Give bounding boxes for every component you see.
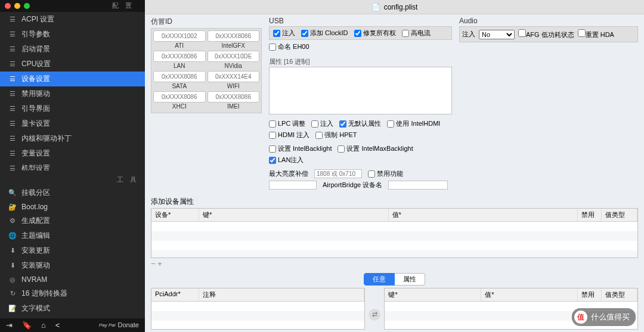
sidebar-item-label: 显卡设置 xyxy=(21,119,50,129)
📝-icon: 📝 xyxy=(8,305,17,312)
donate-button[interactable]: Pay Pal Donate xyxy=(99,321,139,328)
column-header[interactable]: PciAddr* xyxy=(151,288,199,301)
list-icon xyxy=(8,45,17,53)
tab-title[interactable]: config.plist xyxy=(384,3,418,11)
disable-checkbox[interactable]: 禁用功能 xyxy=(368,169,403,178)
sidebar-item-9[interactable]: 变量设置 xyxy=(0,146,145,161)
sidebar-item-4[interactable]: ⬇安装更新 xyxy=(0,243,145,258)
opt-check-4[interactable]: HDMI 注入 xyxy=(269,131,309,139)
fakeid-title: 仿冒ID xyxy=(151,17,262,27)
seg-any[interactable]: 任意 xyxy=(364,273,395,286)
seg-props[interactable]: 属性 xyxy=(395,273,425,286)
sidebar-item-6[interactable]: ◎NVRAM xyxy=(0,273,145,286)
sidebar-item-0[interactable]: ACPI 设置 xyxy=(0,12,145,27)
rename-eh00-checkbox[interactable]: 命名 EH00 xyxy=(269,42,309,51)
column-header[interactable]: 设备* xyxy=(151,209,199,221)
props-textarea[interactable] xyxy=(269,67,452,114)
opt2-check-0[interactable]: 设置 IntelBacklight xyxy=(269,144,332,153)
fakeid-input-intelgfx[interactable] xyxy=(208,30,260,42)
sidebar-item-label: 安装更新 xyxy=(21,246,50,256)
↻-icon: ↻ xyxy=(8,290,17,297)
minimize-icon[interactable] xyxy=(14,3,20,9)
sidebar-item-3[interactable]: CPU设置 xyxy=(0,57,145,72)
fakeid-label: XHCI xyxy=(153,103,206,111)
fakeid-input-wifi[interactable] xyxy=(208,71,260,82)
list-icon xyxy=(8,75,17,83)
opt2-check-2[interactable]: LAN注入 xyxy=(269,156,304,165)
lower-left-body[interactable] xyxy=(151,302,364,329)
afg-checkbox[interactable]: AFG 低功耗状态 xyxy=(518,29,574,39)
⬇-icon: ⬇ xyxy=(8,247,17,255)
column-header[interactable]: 键* xyxy=(199,209,389,221)
column-header[interactable]: 键* xyxy=(385,288,481,301)
fakeid-label: IntelGFX xyxy=(208,42,260,50)
fakeid-input-sata[interactable] xyxy=(153,71,206,82)
sidebar-item-2[interactable]: 启动背景 xyxy=(0,42,145,57)
fakeid-input-ati[interactable] xyxy=(153,30,206,42)
export-icon[interactable]: ⇥ xyxy=(6,321,13,330)
sidebar-item-label: 启动背景 xyxy=(21,44,50,54)
sidebar-nav-config: ACPI 设置引导参数启动背景CPU设置设备设置禁用驱动引导界面显卡设置内核和驱… xyxy=(0,12,145,170)
opt-check-3[interactable]: 使用 IntelHDMI xyxy=(387,119,440,128)
usb-check-0[interactable]: 注入 xyxy=(273,29,295,38)
fakeid-group: 仿冒ID ATIIntelGFXLANNVidiaSATAWIFIXHCIIME… xyxy=(151,17,262,192)
column-header[interactable]: 值* xyxy=(389,209,578,221)
usb-check-3[interactable]: 高电流 xyxy=(402,29,431,38)
fakeid-label: SATA xyxy=(153,83,206,91)
sidebar-item-1[interactable]: 引导参数 xyxy=(0,27,145,42)
zoom-icon[interactable] xyxy=(24,3,30,9)
sidebar-item-1[interactable]: 🔐Boot.log xyxy=(0,200,145,213)
bottom-toolbar: ⇥ 🔖 ⌂ < Pay Pal Donate xyxy=(0,318,145,332)
reset-hda-checkbox[interactable]: 重置 HDA xyxy=(578,29,614,39)
sidebar-item-5[interactable]: ⬇安装驱动 xyxy=(0,258,145,273)
window-titlebar: 配 置 xyxy=(0,0,145,12)
home-icon[interactable]: ⌂ xyxy=(41,321,46,330)
usb-check-2[interactable]: 修复所有权 xyxy=(354,29,396,38)
sidebar-item-7[interactable]: 显卡设置 xyxy=(0,116,145,131)
fakeid-input-nvidia[interactable] xyxy=(208,51,260,62)
sidebar-item-label: ACPI 设置 xyxy=(21,14,54,24)
sidebar-item-0[interactable]: 🔍挂载分区 xyxy=(0,185,145,200)
column-header[interactable]: 值类型 xyxy=(602,209,637,221)
fakeid-input-xhci[interactable] xyxy=(153,91,206,103)
list-icon xyxy=(8,15,17,23)
sidebar-item-3[interactable]: 🌐主题编辑 xyxy=(0,228,145,243)
column-header[interactable]: 注释 xyxy=(199,288,364,301)
sidebar-item-10[interactable]: 机型设置 xyxy=(0,161,145,170)
close-icon[interactable] xyxy=(5,3,11,9)
list-icon xyxy=(8,135,17,142)
sidebar-item-2[interactable]: ⚙生成配置 xyxy=(0,213,145,228)
share-icon[interactable]: < xyxy=(55,321,60,330)
column-header[interactable]: 值* xyxy=(481,288,578,301)
transfer-icon[interactable]: ⇄ xyxy=(369,309,380,321)
sidebar-item-8[interactable]: 📝文字模式 xyxy=(0,301,145,316)
sidebar-item-8[interactable]: 内核和驱动补丁 xyxy=(0,131,145,146)
sidebar-item-4[interactable]: 设备设置 xyxy=(0,72,145,86)
sidebar-item-6[interactable]: 引导界面 xyxy=(0,101,145,116)
fakeid-input-lan[interactable] xyxy=(153,51,206,62)
🔐-icon: 🔐 xyxy=(8,203,17,211)
column-header[interactable]: 值类型 xyxy=(602,288,637,301)
airport-input[interactable] xyxy=(388,181,448,190)
audio-inject-select[interactable]: No xyxy=(479,30,515,39)
add-row-button[interactable]: + xyxy=(157,259,162,268)
opt-check-5[interactable]: 强制 HPET xyxy=(315,131,357,139)
add-props-body[interactable] xyxy=(151,222,637,257)
opt-check-0[interactable]: LPC 调整 xyxy=(269,119,305,128)
remove-row-button[interactable]: − xyxy=(151,259,156,268)
column-header[interactable]: 禁用 xyxy=(578,209,602,221)
sidebar-item-label: 生成配置 xyxy=(21,216,50,226)
brightness-input[interactable] xyxy=(314,169,362,178)
opt-check-1[interactable]: 注入 xyxy=(311,119,333,128)
usb-check-1[interactable]: 添加 ClockID xyxy=(301,29,348,38)
column-header[interactable]: 禁用 xyxy=(578,288,602,301)
opt2-check-1[interactable]: 设置 IntelMaxBacklight xyxy=(338,144,413,153)
bookmark-icon[interactable]: 🔖 xyxy=(22,321,32,330)
sidebar: 配 置 ACPI 设置引导参数启动背景CPU设置设备设置禁用驱动引导界面显卡设置… xyxy=(0,0,145,332)
sidebar-item-5[interactable]: 禁用驱动 xyxy=(0,86,145,101)
fakeid-label: ATI xyxy=(153,42,206,50)
disable-input[interactable] xyxy=(269,181,317,190)
opt-check-2[interactable]: 无默认属性 xyxy=(339,119,381,128)
fakeid-input-imei[interactable] xyxy=(208,91,260,103)
sidebar-item-7[interactable]: ↻16 进制转换器 xyxy=(0,286,145,301)
